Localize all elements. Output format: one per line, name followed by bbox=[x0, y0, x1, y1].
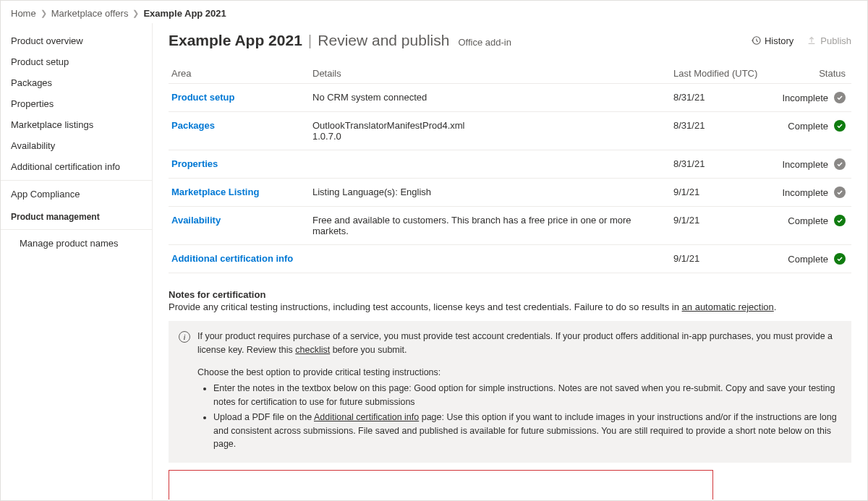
sidebar: Product overview Product setup Packages … bbox=[1, 23, 153, 500]
crumb-current: Example App 2021 bbox=[143, 8, 226, 19]
crumb-home[interactable]: Home bbox=[11, 8, 36, 19]
auto-rejection-link[interactable]: an automatic rejection bbox=[682, 301, 774, 312]
app-name: Example App 2021 bbox=[169, 32, 302, 49]
last-modified-cell: 8/31/21 bbox=[671, 84, 765, 112]
status-text: Incomplete bbox=[782, 159, 828, 170]
info-bullet-2: Upload a PDF file on the Additional cert… bbox=[213, 411, 841, 451]
nav-manage-product-names[interactable]: Manage product names bbox=[1, 233, 152, 254]
details-cell: Free and available to customers. This br… bbox=[310, 207, 671, 245]
section-product-management: Product management bbox=[1, 205, 152, 226]
col-details: Details bbox=[310, 64, 671, 84]
col-area: Area bbox=[169, 64, 310, 84]
page-title: Example App 2021 | Review and publish Of… bbox=[169, 32, 511, 49]
checklist-link[interactable]: checklist bbox=[295, 345, 330, 355]
info-icon: i bbox=[179, 331, 190, 343]
area-link[interactable]: Additional certification info bbox=[169, 245, 310, 273]
last-modified-cell: 8/31/21 bbox=[671, 150, 765, 179]
details-cell: OutlookTranslatorManifestProd4.xml 1.0.7… bbox=[310, 112, 671, 150]
status-text: Complete bbox=[788, 254, 828, 265]
table-row: AvailabilityFree and available to custom… bbox=[169, 207, 851, 245]
divider bbox=[1, 180, 152, 181]
nav-properties[interactable]: Properties bbox=[1, 93, 152, 114]
last-modified-cell: 9/1/21 bbox=[671, 179, 765, 207]
chevron-right-icon: ❯ bbox=[41, 9, 47, 18]
publish-label: Publish bbox=[820, 35, 851, 46]
details-cell: No CRM system connected bbox=[310, 84, 671, 112]
incomplete-circle-icon bbox=[834, 158, 846, 170]
last-modified-cell: 8/31/21 bbox=[671, 112, 765, 150]
last-modified-cell: 9/1/21 bbox=[671, 245, 765, 273]
status-text: Complete bbox=[788, 121, 828, 132]
table-row: Marketplace ListingListing Language(s): … bbox=[169, 179, 851, 207]
breadcrumb: Home ❯ Marketplace offers ❯ Example App … bbox=[1, 1, 867, 23]
area-link[interactable]: Packages bbox=[169, 112, 310, 150]
additional-cert-info-link[interactable]: Additional certification info bbox=[314, 412, 419, 422]
area-link[interactable]: Product setup bbox=[169, 84, 310, 112]
col-last-modified: Last Modified (UTC) bbox=[671, 64, 765, 84]
status-text: Incomplete bbox=[782, 187, 828, 198]
info-bullet-1: Enter the notes in the textbox below on … bbox=[213, 382, 841, 409]
title-separator: | bbox=[308, 32, 312, 49]
status-cell: Complete bbox=[765, 245, 851, 273]
last-modified-cell: 9/1/21 bbox=[671, 207, 765, 245]
status-cell: Incomplete bbox=[765, 150, 851, 179]
nav-availability[interactable]: Availability bbox=[1, 135, 152, 156]
incomplete-circle-icon bbox=[834, 187, 846, 198]
crumb-marketplace[interactable]: Marketplace offers bbox=[51, 8, 129, 19]
status-cell: Complete bbox=[765, 207, 851, 245]
divider bbox=[1, 229, 152, 230]
nav-product-overview[interactable]: Product overview bbox=[1, 30, 152, 51]
col-status: Status bbox=[765, 64, 851, 84]
status-cell: Incomplete bbox=[765, 179, 851, 207]
status-cell: Incomplete bbox=[765, 84, 851, 112]
info-box: i If your product requires purchase of a… bbox=[169, 321, 851, 463]
nav-additional-cert-info[interactable]: Additional certification info bbox=[1, 156, 152, 177]
check-circle-icon bbox=[834, 253, 846, 265]
details-cell bbox=[310, 245, 671, 273]
table-row: PackagesOutlookTranslatorManifestProd4.x… bbox=[169, 112, 851, 150]
status-text: Complete bbox=[788, 215, 828, 226]
area-link[interactable]: Availability bbox=[169, 207, 310, 245]
incomplete-circle-icon bbox=[834, 92, 846, 103]
table-row: Product setupNo CRM system connected8/31… bbox=[169, 84, 851, 112]
history-button[interactable]: History bbox=[751, 35, 793, 46]
info-text-1: If your product requires purchase of a s… bbox=[197, 330, 841, 357]
offer-type-tag: Office add-in bbox=[458, 37, 511, 48]
check-circle-icon bbox=[834, 215, 846, 226]
notes-subtitle: Provide any critical testing instruction… bbox=[169, 301, 851, 312]
nav-packages[interactable]: Packages bbox=[1, 72, 152, 93]
table-row: Additional certification info9/1/21Compl… bbox=[169, 245, 851, 273]
table-row: Properties8/31/21Incomplete bbox=[169, 150, 851, 179]
main-content: Example App 2021 | Review and publish Of… bbox=[153, 23, 867, 500]
info-choose-text: Choose the best option to provide critic… bbox=[197, 366, 841, 380]
area-link[interactable]: Properties bbox=[169, 150, 310, 179]
details-cell: Listing Language(s): English bbox=[310, 179, 671, 207]
nav-product-setup[interactable]: Product setup bbox=[1, 51, 152, 72]
nav-app-compliance[interactable]: App Compliance bbox=[1, 184, 152, 205]
chevron-right-icon: ❯ bbox=[132, 9, 139, 18]
status-cell: Complete bbox=[765, 112, 851, 150]
notes-textarea[interactable] bbox=[169, 470, 713, 500]
history-label: History bbox=[765, 35, 793, 46]
history-icon bbox=[751, 35, 761, 46]
status-text: Incomplete bbox=[782, 93, 828, 103]
page-subtitle: Review and publish bbox=[318, 32, 449, 49]
review-table: Area Details Last Modified (UTC) Status … bbox=[169, 64, 851, 273]
details-cell bbox=[310, 150, 671, 179]
notes-title: Notes for certification bbox=[169, 289, 851, 300]
publish-icon bbox=[807, 35, 817, 46]
nav-marketplace-listings[interactable]: Marketplace listings bbox=[1, 114, 152, 135]
area-link[interactable]: Marketplace Listing bbox=[169, 179, 310, 207]
check-circle-icon bbox=[834, 120, 846, 132]
publish-top-button: Publish bbox=[807, 35, 851, 46]
